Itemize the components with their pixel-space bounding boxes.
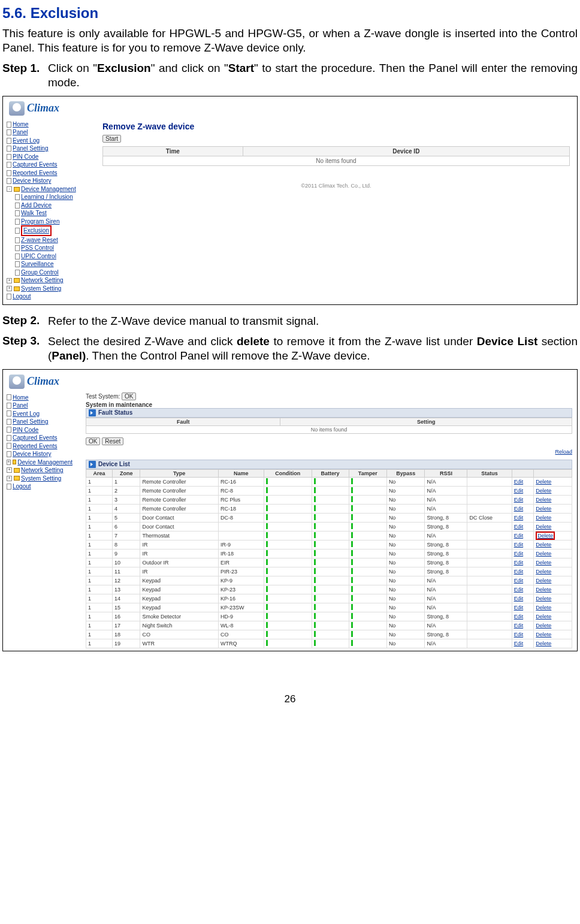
ok-button[interactable]: OK — [122, 392, 136, 400]
nav-logout[interactable]: Logout — [13, 482, 31, 491]
expand-icon[interactable]: + — [7, 467, 12, 473]
nav-reported[interactable]: Reported Events — [13, 442, 58, 451]
delete-link[interactable]: Delete — [536, 596, 551, 602]
edit-link[interactable]: Edit — [514, 596, 524, 602]
edit-link[interactable]: Edit — [514, 533, 524, 539]
ok-button-2[interactable]: OK — [86, 437, 100, 445]
nav-captured[interactable]: Captured Events — [13, 434, 58, 442]
edit-link[interactable]: Edit — [514, 551, 524, 557]
nav-network[interactable]: Network Setting — [21, 276, 64, 285]
delete-link[interactable]: Delete — [536, 542, 551, 548]
nav-program-siren[interactable]: Program Siren — [21, 218, 59, 226]
edit-link[interactable]: Edit — [514, 569, 524, 575]
table-cell: 8 — [113, 540, 140, 549]
device-col-header: Tamper — [349, 469, 386, 477]
nav-upic[interactable]: UPIC Control — [21, 252, 56, 261]
edit-link[interactable]: Edit — [514, 605, 524, 611]
nav-history[interactable]: Device History — [13, 450, 51, 458]
nav-device-mgmt[interactable]: Device Management — [17, 458, 72, 467]
start-button[interactable]: Start — [102, 135, 121, 143]
nav-event-log[interactable]: Event Log — [13, 137, 40, 145]
device-col-header: Zone — [113, 469, 140, 477]
nav-device-mgmt[interactable]: Device Management — [21, 185, 76, 194]
delete-link[interactable]: Delete — [536, 578, 551, 584]
reset-button[interactable]: Reset — [102, 437, 123, 445]
edit-link[interactable]: Edit — [514, 641, 524, 647]
delete-link[interactable]: Delete — [536, 605, 551, 611]
delete-link[interactable]: Delete — [536, 623, 551, 629]
table-cell: 1 — [86, 486, 113, 495]
nav-panel[interactable]: Panel — [13, 128, 28, 137]
table-cell — [312, 630, 349, 639]
table-cell: DC-8 — [218, 513, 264, 522]
edit-link[interactable]: Edit — [514, 614, 524, 620]
delete-link[interactable]: Delete — [536, 488, 551, 494]
edit-link[interactable]: Edit — [514, 542, 524, 548]
nav-pin[interactable]: PIN Code — [13, 153, 38, 161]
nav-system[interactable]: System Setting — [21, 285, 61, 293]
nav-home[interactable]: Home — [13, 394, 29, 402]
delete-link[interactable]: Delete — [536, 506, 551, 512]
nav-pin[interactable]: PIN Code — [13, 426, 38, 434]
edit-link[interactable]: Edit — [514, 506, 524, 512]
expand-icon[interactable]: + — [7, 460, 11, 465]
delete-link[interactable]: Delete — [536, 587, 551, 593]
collapse-icon[interactable]: - — [7, 186, 12, 192]
nav-logout[interactable]: Logout — [13, 292, 31, 301]
delete-link[interactable]: Delete — [536, 551, 551, 557]
table-cell: RC-18 — [218, 504, 264, 513]
expand-icon[interactable]: + — [7, 286, 12, 291]
expand-icon[interactable]: + — [7, 476, 12, 481]
reload-link[interactable]: Reload — [555, 449, 572, 455]
edit-link[interactable]: Edit — [514, 587, 524, 593]
nav-system[interactable]: System Setting — [21, 475, 61, 483]
step2-label: Step 2. — [2, 314, 40, 327]
delete-link[interactable]: Delete — [536, 479, 551, 485]
nav-group[interactable]: Group Control — [21, 268, 59, 277]
delete-link[interactable]: Delete — [536, 515, 551, 521]
nav-panel[interactable]: Panel — [13, 401, 28, 410]
edit-link[interactable]: Edit — [514, 497, 524, 503]
nav-pss[interactable]: PSS Control — [21, 244, 54, 252]
edit-link[interactable]: Edit — [514, 488, 524, 494]
delete-link[interactable]: Delete — [536, 524, 551, 530]
nav-reported[interactable]: Reported Events — [13, 169, 58, 177]
delete-link[interactable]: Delete — [536, 632, 551, 638]
nav-captured[interactable]: Captured Events — [13, 161, 58, 169]
table-cell — [349, 504, 386, 513]
table-cell: 1 — [86, 477, 113, 486]
delete-link[interactable]: Delete — [536, 497, 551, 503]
edit-link[interactable]: Edit — [514, 632, 524, 638]
edit-link[interactable]: Edit — [514, 479, 524, 485]
edit-link[interactable]: Edit — [514, 623, 524, 629]
nav-panel-setting[interactable]: Panel Setting — [13, 144, 49, 153]
step3-device-list: Device List — [477, 335, 538, 348]
nav-walk-test[interactable]: Walk Test — [21, 209, 47, 218]
climax-logo-text: Climax — [27, 375, 59, 388]
table-cell: WTR — [140, 639, 218, 648]
nav-surveillance[interactable]: Surveillance — [21, 260, 53, 268]
test-system-label: Test System: — [86, 393, 120, 400]
table-cell: 6 — [113, 522, 140, 531]
edit-link[interactable]: Edit — [514, 524, 524, 530]
delete-link[interactable]: Delete — [536, 614, 551, 620]
nav-event-log[interactable]: Event Log — [13, 410, 40, 418]
expand-icon[interactable]: + — [7, 278, 12, 283]
table-cell — [349, 495, 386, 504]
edit-link[interactable]: Edit — [514, 578, 524, 584]
edit-link[interactable]: Edit — [514, 560, 524, 566]
nav-panel-setting[interactable]: Panel Setting — [13, 418, 49, 426]
nav-learning[interactable]: Learning / Inclusion — [21, 193, 73, 201]
nav-add-device[interactable]: Add Device — [21, 201, 52, 210]
nav-zwave-reset[interactable]: Z-wave Reset — [21, 236, 58, 244]
nav-history[interactable]: Device History — [13, 177, 51, 185]
nav-home[interactable]: Home — [13, 120, 29, 129]
delete-link[interactable]: Delete — [537, 533, 553, 539]
fault-status-header: Fault Status — [86, 408, 572, 418]
delete-link[interactable]: Delete — [536, 569, 551, 575]
edit-link[interactable]: Edit — [514, 515, 524, 521]
nav-network[interactable]: Network Setting — [21, 466, 64, 475]
delete-link[interactable]: Delete — [536, 560, 551, 566]
delete-link[interactable]: Delete — [536, 641, 551, 647]
nav-exclusion[interactable]: Exclusion — [21, 225, 52, 236]
